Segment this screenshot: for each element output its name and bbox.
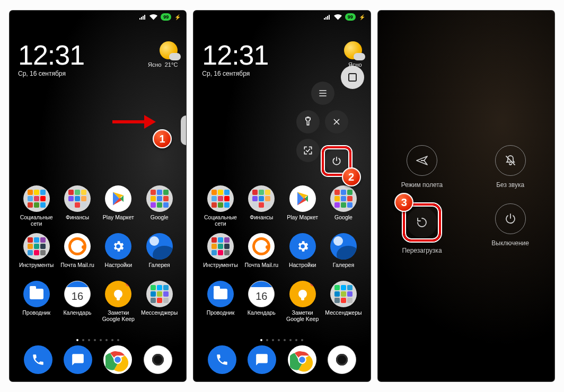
app-calendar[interactable]: 16Календарь	[243, 281, 280, 322]
signal-icon	[323, 14, 331, 20]
clock-widget[interactable]: 12:31 Ср, 16 сентября	[18, 41, 84, 77]
airplane-icon	[416, 154, 428, 167]
app-tools-folder[interactable]: Инструменты	[18, 233, 55, 274]
page-indicator	[193, 339, 370, 341]
charging-icon: ⚡	[359, 14, 365, 20]
home-icon	[348, 73, 357, 82]
annotation-badge-1: 1	[153, 129, 172, 148]
signal-icon	[139, 14, 146, 20]
power-reboot[interactable]: Перезагрузка 3	[402, 203, 442, 254]
clock-time: 12:31	[18, 41, 84, 69]
folder-icon	[23, 185, 50, 212]
dock-phone[interactable]	[208, 345, 236, 374]
clock-date: Ср, 16 сентября	[18, 70, 84, 77]
app-gallery[interactable]: Галерея	[141, 233, 178, 274]
page-indicator	[10, 339, 186, 341]
app-play-store[interactable]: Play Маркет	[284, 185, 321, 227]
app-settings[interactable]: Настройки	[284, 233, 321, 274]
app-social-folder[interactable]: Социальные сети	[202, 185, 239, 227]
app-mailru[interactable]: Почта Mail.ru	[243, 233, 280, 274]
app-grid: Социальные сети Финансы Play Маркет Goog…	[18, 185, 178, 322]
play-store-icon	[105, 185, 131, 212]
dock-phone[interactable]	[24, 345, 52, 374]
weather-widget[interactable]: Ясно	[344, 41, 362, 68]
app-google-folder[interactable]: Google	[325, 185, 362, 227]
menu-icon	[318, 88, 328, 99]
calendar-icon: 16	[64, 281, 91, 307]
flashlight-icon	[303, 117, 313, 127]
app-files[interactable]: Проводник	[202, 281, 239, 322]
power-airplane[interactable]: Режим полета	[401, 145, 443, 189]
files-icon	[23, 281, 50, 307]
app-calendar[interactable]: 16 Календарь	[59, 281, 95, 322]
dock-camera[interactable]	[328, 345, 356, 374]
app-finance-folder[interactable]: Финансы	[59, 185, 95, 227]
gallery-icon	[146, 233, 173, 260]
folder-icon	[23, 233, 50, 260]
power-menu-grid: Режим полета Без звука Перезагрузка 3 Вы…	[378, 145, 554, 254]
wifi-icon	[334, 14, 342, 20]
app-finance-folder[interactable]: Финансы	[243, 185, 280, 227]
status-bar: 99 ⚡	[10, 11, 186, 23]
battery-percent: 99	[163, 14, 169, 20]
settings-icon	[105, 233, 131, 260]
clock-weather-row: 12:31 Ср, 16 сентября Ясно 21°C	[18, 41, 178, 77]
weather-sun-cloud-icon	[160, 41, 178, 59]
app-mailru[interactable]: Почта Mail.ru	[59, 233, 95, 274]
app-gallery[interactable]: Галерея	[325, 233, 362, 274]
wifi-icon	[149, 14, 157, 20]
dock-messages[interactable]	[64, 345, 92, 374]
dock	[18, 345, 178, 374]
keep-icon: 1	[105, 281, 131, 307]
bell-off-icon	[504, 154, 517, 167]
status-bar: 99 ⚡	[193, 11, 370, 23]
app-keep[interactable]: 1 Заметки Google Keep	[100, 281, 137, 322]
quickball-tab[interactable]	[181, 115, 186, 145]
weather-text: Ясно 21°C	[148, 61, 178, 68]
app-files[interactable]: Проводник	[18, 281, 55, 322]
annotation-badge-2: 2	[342, 167, 361, 186]
quickball-home[interactable]	[341, 66, 364, 89]
folder-icon	[146, 185, 173, 212]
app-social-folder[interactable]: Социальные сети	[18, 185, 55, 227]
power-menu-overlay[interactable]: Режим полета Без звука Перезагрузка 3 Вы…	[378, 11, 554, 381]
battery-pill: 99	[345, 13, 356, 21]
power-icon	[504, 212, 517, 225]
dock-chrome[interactable]	[288, 345, 316, 374]
quickball-close[interactable]	[325, 110, 348, 133]
quickball-flashlight[interactable]	[296, 110, 320, 133]
app-messengers-folder[interactable]: Мессенджеры	[325, 281, 362, 322]
app-grid: Социальные сети Финансы Play Маркет Goog…	[202, 185, 362, 322]
app-messengers-folder[interactable]: Мессенджеры	[141, 281, 178, 322]
screen-3-power-menu: Режим полета Без звука Перезагрузка 3 Вы…	[378, 11, 554, 381]
weather-sun-cloud-icon	[344, 41, 362, 59]
dock-camera[interactable]	[144, 345, 172, 374]
close-icon	[331, 117, 342, 127]
app-google-folder[interactable]: Google	[141, 185, 178, 227]
dock-messages[interactable]	[248, 345, 276, 374]
app-tools-folder[interactable]: Инструменты	[202, 233, 239, 274]
folder-icon	[64, 185, 91, 212]
dock-chrome[interactable]	[103, 345, 132, 374]
quickball-recents[interactable]	[311, 82, 334, 105]
dock	[202, 345, 362, 374]
quickball-screenshot[interactable]	[296, 139, 320, 162]
clock-widget[interactable]: 12:31 Ср, 16 сентября	[202, 41, 268, 77]
app-play-store[interactable]: Play Маркет	[100, 185, 137, 227]
folder-icon	[146, 281, 173, 307]
weather-widget[interactable]: Ясно 21°C	[148, 41, 178, 68]
screen-2-quickball: 99 ⚡ 12:31 Ср, 16 сентября Ясно 2	[193, 11, 370, 381]
annotation-arrow	[112, 117, 156, 127]
app-keep[interactable]: 1Заметки Google Keep	[284, 281, 321, 322]
power-silent[interactable]: Без звука	[495, 145, 526, 189]
app-settings[interactable]: Настройки	[100, 233, 137, 274]
power-shutdown[interactable]: Выключение	[491, 203, 529, 254]
mailru-icon	[64, 233, 91, 260]
charging-icon: ⚡	[174, 14, 181, 20]
reboot-icon	[416, 216, 428, 229]
screenshot-icon	[303, 145, 313, 156]
screen-1-home: 99 ⚡ 12:31 Ср, 16 сентября Ясно 21°C 1 С…	[10, 11, 186, 381]
battery-pill: 99	[161, 13, 171, 21]
